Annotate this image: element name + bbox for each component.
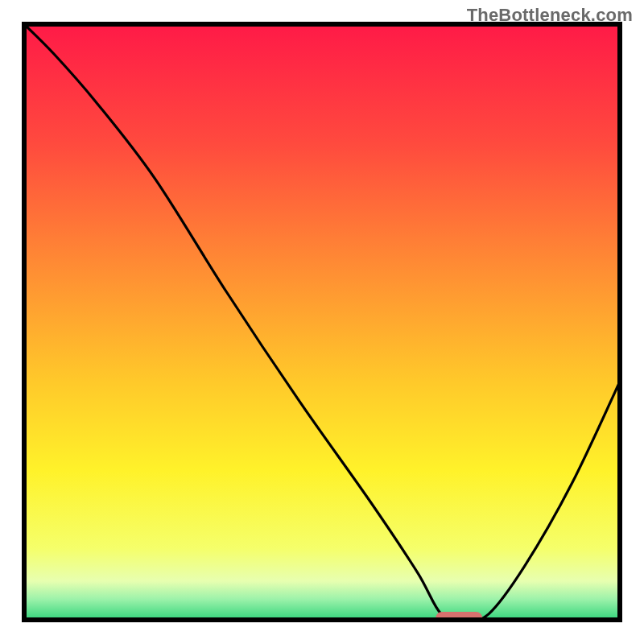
chart-stage: TheBottleneck.com	[0, 0, 644, 644]
watermark-text: TheBottleneck.com	[467, 5, 633, 26]
chart-svg	[0, 0, 644, 644]
plot-background	[24, 24, 620, 620]
